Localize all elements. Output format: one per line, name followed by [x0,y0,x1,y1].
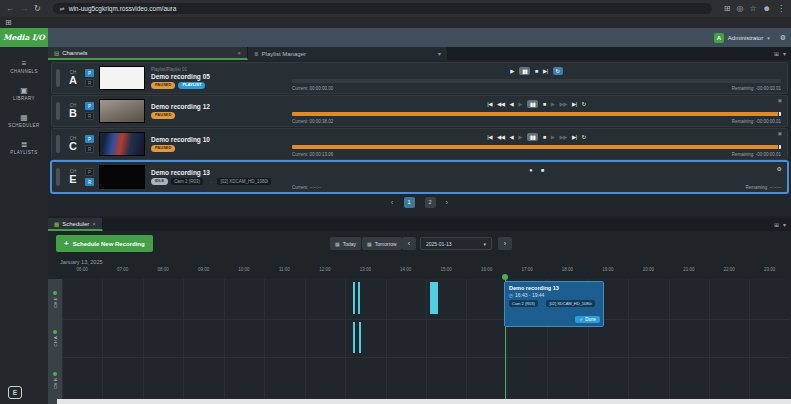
chevron-down-icon[interactable]: ▾ [783,221,786,228]
apps-icon[interactable]: ⊞ [5,19,12,27]
expand-icon[interactable]: ▣ [778,98,782,103]
page-2-button[interactable]: 2 [425,197,436,208]
layout-icon[interactable]: ⊞ [774,50,779,57]
today-button[interactable]: ▦ Today [330,237,361,250]
drag-handle[interactable] [56,102,60,120]
page-1-button[interactable]: 1 [404,197,415,208]
play-mode-button[interactable]: P [85,102,94,110]
progress-bar[interactable] [292,79,781,83]
progress-bar[interactable] [292,112,781,116]
past-recording-marker[interactable] [353,322,355,353]
next-button[interactable]: ▶| [572,101,577,107]
video-thumbnail [99,99,145,123]
past-recording-marker[interactable] [353,282,355,314]
prev-button[interactable]: |◀ [487,101,492,107]
date-picker[interactable]: 2025-01-13 ▾ [420,237,492,250]
forward-icon[interactable]: → [20,5,28,13]
current-time-dot [502,274,508,280]
play-mode-button[interactable]: P [85,135,94,143]
tomorrow-button[interactable]: ▦ Tomorrow [362,237,402,250]
step-forward-button[interactable]: ▶ [551,101,555,107]
loop-button[interactable]: ↻ [553,67,563,75]
rewind-button[interactable]: ◀◀ [497,101,504,107]
step-back-button[interactable]: ◀ [509,134,513,140]
tab-channels[interactable]: ▤ Channels × [48,47,248,60]
sidebar-item-library[interactable]: ▣ LIBRARY [0,87,48,101]
layout-icon[interactable]: ⊞ [774,221,779,228]
settings-gear-icon[interactable]: ⚙ [780,34,786,42]
past-recording-marker[interactable] [430,282,438,314]
sidebar-item-channels[interactable]: ≡ CHANNELS [0,60,48,74]
close-icon[interactable]: × [237,50,241,56]
prev-button[interactable]: |◀ [487,134,492,140]
user-menu-caret-icon[interactable]: ▾ [767,35,770,41]
loop-button[interactable]: ↻ [582,101,586,107]
stop-button[interactable]: ■ [541,167,544,173]
record-mode-button[interactable]: R [85,112,94,120]
step-forward-button[interactable]: ▶ [551,134,555,140]
channel-row-b[interactable]: CH B P R Demo recording 12 PAUSED |◀ ◀◀ … [51,95,788,127]
expand-icon[interactable]: ▣ [778,131,782,136]
play-mode-button[interactable]: P [85,69,94,77]
record-mode-button[interactable]: R [85,145,94,153]
url-bar[interactable]: ⇄ win-uug5cgkriqm.rossvideo.com/aura [53,3,712,14]
channel-settings-gear-icon[interactable]: ⚙ [777,165,782,172]
source-input: Cam 2 (R03) [171,178,203,185]
drag-handle[interactable] [56,135,60,153]
drag-handle[interactable] [56,69,60,87]
loop-button[interactable]: ↻ [582,134,586,140]
sidebar-item-playlists[interactable]: ≣ PLAYLISTS [0,141,48,155]
record-button[interactable]: ● [529,167,532,173]
tab-playlist-manager[interactable]: ≣ Playlist Manager ▾ [248,47,448,60]
channel-row-e[interactable]: CH E P R Demo recording 13 IDLE Cam 2 (R… [51,161,788,193]
back-icon[interactable]: ← [6,5,14,13]
user-name[interactable]: Administrator [728,35,763,41]
chevron-down-icon[interactable]: ▾ [438,50,441,57]
stop-button[interactable]: ■ [543,101,546,107]
tab-scheduler[interactable]: ▦ Scheduler × [48,218,103,231]
channel-row-a[interactable]: CH A P R Playlist/Playlist 01 Demo recor… [51,62,788,94]
extensions-icon[interactable]: ⊞ [724,5,731,13]
next-button[interactable]: ▶| [572,134,577,140]
scheduler-row-label: CH B [48,357,62,404]
play-button[interactable]: ▶ [510,68,514,74]
pause-button[interactable]: ▮▮ [519,67,530,75]
progress-bar[interactable] [292,145,781,149]
play-button[interactable]: ▶ [518,134,522,140]
channel-row-c[interactable]: CH C P R Demo recording 10 PAUSED |◀ ◀◀ … [51,128,788,160]
chevron-down-icon[interactable]: ▾ [783,50,786,57]
date-next-button[interactable]: › [498,237,512,250]
sidebar-item-scheduler[interactable]: ▦ SCHEDULER [0,114,48,128]
record-mode-button[interactable]: R [85,178,94,186]
bookmark-star-icon[interactable]: ☆ [749,5,756,13]
next-button[interactable]: ▶| [543,68,548,74]
fast-forward-button[interactable]: ▶▶ [559,134,566,140]
schedule-new-recording-button[interactable]: + Schedule New Recording [56,235,153,252]
bottom-scrollbar[interactable] [57,399,791,404]
search-icon[interactable]: ◎ [736,5,743,13]
fast-forward-button[interactable]: ▶▶ [559,101,566,107]
page-next-icon[interactable]: › [446,198,449,207]
user-avatar[interactable]: A [714,33,724,43]
browser-menu-icon[interactable]: ⋮ [777,5,785,13]
stop-button[interactable]: ■ [535,68,538,74]
play-mode-button[interactable]: P [85,168,94,176]
drag-handle[interactable] [56,168,60,186]
page-prev-icon[interactable]: ‹ [391,198,394,207]
pause-button[interactable]: ▮▮ [527,100,538,108]
date-prev-button[interactable]: ‹ [402,237,416,250]
profile-icon[interactable]: ☻ [763,5,771,13]
done-button[interactable]: ✓ Done [575,316,600,323]
stop-button[interactable]: ■ [543,134,546,140]
past-recording-marker[interactable] [359,322,361,353]
rewind-button[interactable]: ◀◀ [497,134,504,140]
pause-button[interactable]: ▮▮ [527,133,538,141]
reload-icon[interactable]: ↻ [34,5,41,13]
record-mode-button[interactable]: R [85,79,94,87]
site-info-icon[interactable]: ⇄ [60,5,65,13]
past-recording-marker[interactable] [358,282,360,314]
step-back-button[interactable]: ◀ [509,101,513,107]
close-icon[interactable]: × [92,221,96,227]
scheduled-event[interactable]: Demo recording 13 ◷ 16:43 - 19:44 Cam 2 … [504,281,604,327]
play-button[interactable]: ▶ [518,101,522,107]
